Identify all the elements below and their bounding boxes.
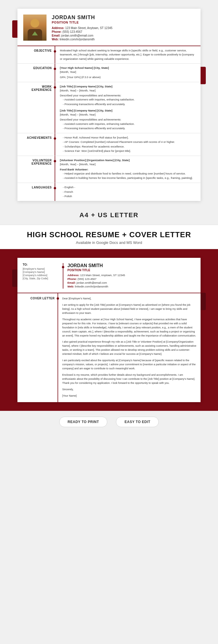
cover-para-1: I am writing to apply for the [Job Title…	[62, 303, 196, 315]
cover-position: POSITION TITLE	[67, 269, 195, 272]
job2-dates: [Month, Year] – [Month, Year]	[60, 113, 196, 117]
cover-signoff: [Your Name]	[62, 394, 196, 398]
list-item: Processing transactions efficiently and …	[63, 126, 196, 130]
resume-address: Address: 123 Main Street, Anytown, ST 12…	[52, 26, 195, 30]
format-label: A4 + US LETTER	[0, 211, 218, 219]
cover-body-content: Dear [Employer's Name], I am writing to …	[58, 293, 201, 402]
list-item: Honor Roll: Achieved Honor Roll status f…	[63, 136, 196, 140]
work-experience-row: WORKEXPERIENCE [Job Title] [Company Name…	[17, 82, 201, 134]
cover-name: JORDAN SMITH	[67, 263, 195, 268]
languages-list: English - French Polish	[60, 185, 196, 198]
job1-desc: Described your responsibilities and achi…	[60, 93, 196, 98]
cover-phone-label: Phone:	[67, 277, 77, 280]
bottom-buttons-section: READY TO PRINT EASY TO EDIT	[0, 411, 218, 434]
edu-gpa: GPA: [Your GPA] (if 3.0 or above)	[60, 75, 196, 79]
cover-body: COVER LETTER Dear [Employer's Name], I a…	[17, 293, 201, 402]
cover-person-info: JORDAN SMITH POSITION TITLE Address: 123…	[63, 263, 195, 289]
ready-to-print-button[interactable]: READY TO PRINT	[59, 417, 108, 427]
resume-phone: Phone: (555) 123-4567	[52, 30, 195, 33]
cover-para-3: I also gained practical experience throu…	[62, 340, 196, 356]
job2: [Job Title] [Company Name] [City, State]…	[60, 109, 196, 130]
job2-title: [Job Title] [Company Name] [City, State]	[60, 109, 196, 113]
resume-photo	[23, 15, 47, 41]
cover-email-value: jordan.smith@email.com	[76, 281, 107, 284]
languages-row: LANGUAGES English - French Polish	[17, 183, 201, 201]
resume-name: JORDAN SMITH	[52, 15, 195, 21]
web-value: linkedin.com/in/jordansmith	[60, 38, 95, 41]
cover-email: Email: jordan.smith@email.com	[67, 281, 195, 284]
achievements-row: ACHIEVEMENTS Honor Roll: Achieved Honor …	[17, 133, 201, 156]
work-label: WORKEXPERIENCE	[17, 82, 55, 133]
resume-header: JORDAN SMITH POSITION TITLE Address: 123…	[17, 9, 201, 46]
volunteer-label: VOLUNTEEREXPERIENCE	[17, 156, 55, 183]
list-item: Polish	[63, 194, 196, 198]
achievements-label: ACHIEVEMENTS	[17, 133, 55, 156]
resume-email: Email: jordan.smith@email.com	[52, 34, 195, 37]
languages-label: LANGUAGES	[17, 183, 55, 201]
cover-para-4: I am particularly excited about the oppo…	[62, 359, 196, 371]
cover-header: TO: [Employer's Name] [Company's Name] […	[17, 258, 201, 293]
list-item: Helped organize and distribute food to f…	[63, 172, 196, 176]
volunteer-content: [Volunteer Position] [Organization Name]…	[55, 156, 201, 183]
cover-web: Web: linkedin.com/in/jordansmith	[67, 285, 195, 288]
education-row: EDUCATION [Your High School Name] [City,…	[17, 64, 201, 82]
job1-title: [Job Title] [Company Name] [City, State]	[60, 84, 196, 89]
email-label: Email:	[52, 34, 60, 37]
person-head-shape	[31, 19, 39, 28]
list-item: English -	[63, 185, 196, 189]
format-label-section: A4 + US LETTER	[0, 207, 218, 225]
edu-school: [Your High School Name] [City, State]	[60, 66, 196, 70]
cover-para-5: Enclosed is my resume, which provides fu…	[62, 373, 196, 385]
cover-phone: Phone: (555) 123-4567	[67, 277, 195, 280]
cover-phone-value: (555) 123-4567	[78, 277, 97, 280]
list-item: Assisted in building homes for low-incom…	[63, 176, 196, 180]
job2-desc: Described your responsibilities and achi…	[60, 118, 196, 122]
list-item: French	[63, 190, 196, 194]
job1-dates: [Month, Year] – [Month, Year]	[60, 89, 196, 93]
cover-web-value: linkedin.com/in/jordansmith	[75, 285, 108, 288]
volunteer-title: [Volunteer Position] [Organization Name]…	[60, 158, 196, 162]
resume-card: JORDAN SMITH POSITION TITLE Address: 123…	[17, 9, 201, 201]
volunteer-row: VOLUNTEEREXPERIENCE [Volunteer Position]…	[17, 156, 201, 183]
cover-body-label: COVER LETTER	[17, 293, 58, 402]
languages-content: English - French Polish	[55, 183, 201, 201]
education-content: [Your High School Name] [City, State] [M…	[55, 64, 201, 82]
objective-row: OBJECTIVE Motivated high school student …	[17, 46, 201, 64]
list-item: AP Courses: Completed [number] Advanced …	[63, 140, 196, 144]
cover-address-label: Address:	[67, 274, 79, 277]
email-value: jordan.smith@email.com	[61, 34, 93, 37]
edu-date: [Month, Year]	[60, 70, 196, 74]
achievements-content: Honor Roll: Achieved Honor Roll status f…	[55, 133, 201, 156]
resume-web: Web: linkedin.com/in/jordansmith	[52, 38, 195, 41]
job2-bullets: Assisted customers with inquiries, enhan…	[60, 122, 196, 131]
cover-email-label: Email:	[67, 281, 76, 284]
phone-label: Phone:	[52, 30, 62, 33]
cover-to-label: TO:	[23, 263, 59, 266]
easy-to-edit-button[interactable]: EASY TO EDIT	[116, 417, 159, 427]
cover-to-employer: [Employer's Name]	[23, 267, 59, 270]
education-label: EDUCATION	[17, 64, 55, 82]
cover-card: TO: [Employer's Name] [Company's Name] […	[17, 258, 201, 402]
phone-value: (555) 123-4567	[62, 30, 82, 33]
photo-placeholder	[23, 15, 47, 41]
cover-address-value: 123 Main Street, Anytown, ST 12345	[80, 274, 125, 277]
web-label: Web:	[52, 38, 59, 41]
resume-personal-info: JORDAN SMITH POSITION TITLE Address: 123…	[52, 15, 195, 42]
job1: [Job Title] [Company Name] [City, State]…	[60, 84, 196, 106]
volunteer-dates: [Month, Year] – [Month, Year]	[60, 162, 196, 166]
address-value: 123 Main Street, Anytown, ST 12345	[65, 26, 112, 30]
cover-to-company: [Company's Name]	[23, 271, 59, 274]
subtitle: Available in Google Docs and MS Word	[9, 240, 209, 245]
job1-bullets: Assisted customers with inquiries, enhan…	[60, 98, 196, 106]
list-item: Processing transactions efficiently and …	[63, 102, 196, 106]
list-item: Science Fair: Won [1st/2nd/3rd] place fo…	[63, 149, 196, 153]
cover-section: TO: [Employer's Name] [Company's Name] […	[0, 249, 218, 411]
cover-to-city: [City, State, Zip Code]	[23, 277, 59, 280]
volunteer-bullets: Helped organize and distribute food to f…	[60, 172, 196, 180]
cover-salutation: Dear [Employer's Name],	[62, 297, 196, 301]
resume-section: JORDAN SMITH POSITION TITLE Address: 123…	[0, 0, 218, 207]
resume-position: POSITION TITLE	[52, 21, 195, 24]
cover-closing: Sincerely,	[62, 388, 196, 392]
cover-para-2: Throughout my academic career at [Your H…	[62, 318, 196, 338]
cover-to-block: TO: [Employer's Name] [Company's Name] […	[23, 263, 63, 289]
